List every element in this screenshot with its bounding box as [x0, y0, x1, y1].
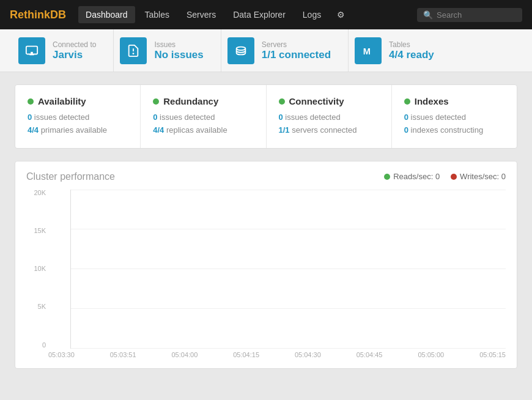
svg-text:M: M	[363, 46, 371, 56]
nav-logs[interactable]: Logs	[295, 6, 328, 23]
perf-header: Cluster performance Reads/sec: 0 Writes/…	[26, 171, 506, 182]
card-indexes-title: Indexes	[404, 96, 504, 106]
redundancy-dot	[153, 98, 159, 105]
indexes-dot	[404, 98, 410, 105]
nav-dashboard[interactable]: Dashboard	[78, 6, 135, 23]
search-icon: 🔍	[423, 10, 433, 20]
status-issues-value: No issues	[154, 49, 203, 61]
reads-legend-label: Reads/sec: 0	[393, 172, 440, 181]
grid-line-bottom	[71, 348, 506, 349]
y-label-15k: 15K	[26, 228, 48, 234]
status-connected-label: Connected to	[53, 40, 96, 49]
writes-legend-dot	[451, 174, 457, 180]
settings-icon[interactable]: ⚙	[331, 6, 351, 23]
status-issues-label: Issues	[154, 40, 203, 49]
status-tables-text: Tables 4/4 ready	[389, 40, 434, 61]
issues-icon	[120, 37, 147, 64]
status-connected-value: Jarvis	[53, 49, 96, 61]
servers-icon	[227, 37, 254, 64]
status-connected-text: Connected to Jarvis	[53, 40, 96, 61]
availability-stat1: 0 issues detected	[28, 111, 128, 124]
y-label-10k: 10K	[26, 265, 48, 272]
card-connectivity: Connectivity 0 issues detected 1/1 serve…	[267, 85, 392, 148]
legend-reads: Reads/sec: 0	[384, 172, 440, 181]
chart-wrapper: 20K 15K 10K 5K 0	[48, 190, 506, 349]
navbar: RethinkDB Dashboard Tables Servers Data …	[0, 0, 532, 29]
svg-point-5	[236, 46, 245, 50]
perf-legend: Reads/sec: 0 Writes/sec: 0	[384, 172, 506, 181]
redundancy-stat1: 0 issues detected	[153, 111, 253, 124]
x-label-4: 05:04:30	[295, 351, 321, 358]
x-label-6: 05:05:00	[418, 351, 444, 358]
status-servers-label: Servers	[262, 40, 331, 49]
status-connected: Connected to Jarvis	[12, 29, 114, 72]
main-content: Availability 0 issues detected 4/4 prima…	[0, 72, 532, 381]
status-servers: Servers 1/1 connected	[221, 29, 349, 72]
status-cards-row: Availability 0 issues detected 4/4 prima…	[15, 84, 517, 149]
status-servers-text: Servers 1/1 connected	[262, 40, 331, 61]
grid-line-75	[71, 308, 506, 309]
status-tables-value: 4/4 ready	[389, 49, 434, 61]
reads-legend-dot	[384, 174, 390, 180]
svg-rect-2	[31, 51, 33, 54]
connectivity-dot	[279, 98, 285, 105]
status-issues: Issues No issues	[114, 29, 221, 72]
performance-panel: Cluster performance Reads/sec: 0 Writes/…	[15, 161, 517, 369]
legend-writes: Writes/sec: 0	[451, 172, 506, 181]
x-label-7: 05:05:15	[479, 351, 506, 358]
nav-links: Dashboard Tables Servers Data Explorer L…	[78, 6, 417, 23]
status-tables: M Tables 4/4 ready	[349, 29, 451, 72]
connected-icon	[18, 37, 45, 64]
status-issues-text: Issues No issues	[154, 40, 203, 61]
x-label-3: 05:04:15	[233, 351, 259, 358]
availability-dot	[28, 98, 34, 105]
grid-line-top	[71, 190, 506, 190]
writes-legend-label: Writes/sec: 0	[460, 172, 506, 181]
search-bar: 🔍	[417, 8, 522, 22]
x-axis: 05:03:30 05:03:51 05:04:00 05:04:15 05:0…	[48, 351, 506, 358]
brand-name-end: DB	[50, 9, 66, 21]
card-connectivity-title: Connectivity	[279, 96, 379, 106]
availability-stat2: 4/4 primaries available	[28, 124, 128, 137]
y-label-5k: 5K	[26, 303, 48, 310]
y-axis: 20K 15K 10K 5K 0	[26, 190, 48, 349]
chart-area	[70, 190, 506, 349]
x-label-1: 05:03:51	[110, 351, 136, 358]
x-label-2: 05:04:00	[171, 351, 198, 358]
connectivity-stat2: 1/1 servers connected	[279, 124, 379, 137]
x-label-0: 05:03:30	[48, 351, 75, 358]
brand-name-start: Rethink	[10, 9, 50, 21]
y-label-20k: 20K	[26, 190, 48, 196]
card-redundancy-title: Redundancy	[153, 96, 253, 106]
card-availability-title: Availability	[28, 96, 128, 106]
y-label-0: 0	[26, 342, 48, 349]
card-availability: Availability 0 issues detected 4/4 prima…	[15, 85, 141, 148]
perf-title: Cluster performance	[26, 171, 384, 182]
status-servers-value: 1/1 connected	[262, 49, 331, 61]
grid-line-50	[71, 269, 506, 269]
chart-grid	[71, 190, 506, 348]
status-bar: Connected to Jarvis Issues No issues Ser…	[0, 29, 532, 72]
card-redundancy: Redundancy 0 issues detected 4/4 replica…	[141, 85, 266, 148]
tables-icon: M	[355, 37, 382, 64]
status-tables-label: Tables	[389, 40, 434, 49]
grid-line-25	[71, 229, 506, 229]
redundancy-stat2: 4/4 replicas available	[153, 124, 253, 137]
nav-servers[interactable]: Servers	[179, 6, 223, 23]
x-label-5: 05:04:45	[357, 351, 383, 358]
nav-tables[interactable]: Tables	[138, 6, 177, 23]
connectivity-stat1: 0 issues detected	[279, 111, 379, 124]
brand-logo[interactable]: RethinkDB	[10, 9, 66, 21]
nav-data-explorer[interactable]: Data Explorer	[226, 6, 293, 23]
search-input[interactable]	[437, 10, 516, 20]
indexes-stat1: 0 issues detected	[404, 111, 504, 124]
card-indexes: Indexes 0 issues detected 0 indexes cons…	[392, 85, 517, 148]
svg-rect-1	[29, 54, 34, 55]
indexes-stat2: 0 indexes constructing	[404, 124, 504, 137]
